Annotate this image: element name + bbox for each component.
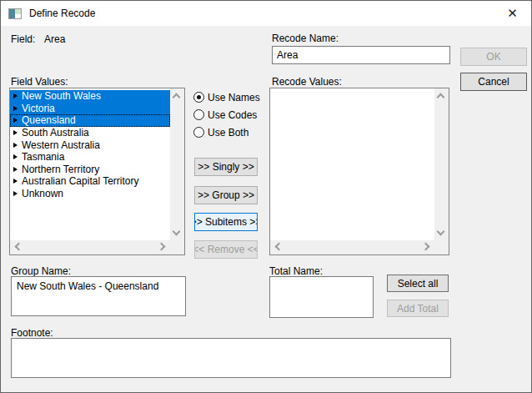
app-icon (8, 8, 22, 19)
list-item[interactable]: Tasmania (10, 151, 170, 164)
footnote-input[interactable] (11, 338, 451, 378)
list-item-label: South Australia (22, 127, 89, 139)
field-value: Area (44, 33, 65, 45)
list-item-label: New South Wales (22, 90, 101, 102)
triangle-icon (13, 154, 18, 159)
triangle-icon (13, 191, 18, 196)
add-total-button[interactable]: Add Total (387, 300, 449, 317)
scroll-down-icon[interactable] (173, 228, 181, 236)
recode-name-input[interactable] (272, 46, 450, 64)
triangle-icon (13, 106, 18, 111)
list-item[interactable]: Western Australia (10, 139, 170, 151)
list-item-label: Australian Capital Territory (22, 175, 139, 187)
list-item[interactable]: Northern Territory (10, 164, 170, 176)
total-name-box[interactable] (269, 276, 374, 318)
list-item-label: Tasmania (22, 151, 64, 163)
define-recode-dialog: Define Recode ✕ Field: Area Recode Name:… (0, 0, 532, 393)
recode-values-label: Recode Values: (272, 76, 342, 88)
scroll-down-icon[interactable] (437, 228, 445, 236)
recode-values-rows (270, 88, 434, 240)
scroll-right-icon[interactable] (422, 243, 430, 251)
group-button[interactable]: >> Group >> (194, 186, 258, 204)
singly-button[interactable]: >> Singly >> (194, 158, 258, 176)
list-item-label: Queensland (22, 114, 76, 126)
cancel-button[interactable]: Cancel (460, 73, 527, 91)
window-title: Define Recode (29, 8, 95, 19)
group-name-label: Group Name: (11, 265, 71, 277)
total-name-label: Total Name: (269, 265, 323, 277)
field-values-listbox[interactable]: New South WalesVictoriaQueenslandSouth A… (9, 88, 185, 255)
radio-label: Use Codes (208, 109, 257, 121)
triangle-icon (13, 143, 18, 148)
scroll-up-icon[interactable] (173, 93, 181, 102)
list-item-label: Unknown (22, 188, 63, 199)
recode-name-label: Recode Name: (272, 33, 339, 44)
list-item-label: Victoria (22, 103, 55, 114)
horizontal-scrollbar[interactable] (270, 240, 434, 254)
list-item[interactable]: New South Wales (10, 90, 170, 103)
radio-use-names[interactable]: Use Names (193, 91, 260, 103)
triangle-icon (13, 179, 18, 184)
horizontal-scrollbar[interactable] (10, 240, 170, 254)
field-values-rows: New South WalesVictoriaQueenslandSouth A… (10, 88, 170, 240)
close-icon[interactable]: ✕ (494, 1, 531, 26)
scrollbar-corner (170, 240, 184, 254)
list-item-label: Northern Territory (22, 164, 99, 175)
triangle-icon (13, 167, 18, 172)
triangle-icon (13, 130, 18, 135)
list-item[interactable]: Queensland (10, 114, 170, 127)
scroll-left-icon[interactable] (15, 243, 23, 251)
radio-icon (193, 127, 204, 138)
field-label: Field: (11, 33, 35, 45)
radio-icon (193, 109, 204, 120)
triangle-icon (13, 93, 18, 98)
group-name-value: New South Wales - Queensland (12, 277, 185, 295)
scroll-left-icon[interactable] (275, 243, 284, 251)
list-item[interactable]: Victoria (10, 103, 170, 115)
title-bar: Define Recode ✕ (1, 1, 531, 26)
total-name-value (270, 277, 373, 284)
list-item[interactable]: South Australia (10, 127, 170, 139)
triangle-icon (13, 118, 18, 123)
group-name-box[interactable]: New South Wales - Queensland (11, 276, 186, 316)
radio-label: Use Both (208, 127, 248, 139)
footnote-label: Footnote: (11, 327, 53, 339)
radio-icon (193, 92, 204, 103)
scroll-right-icon[interactable] (158, 243, 166, 251)
radio-use-both[interactable]: Use Both (193, 126, 260, 139)
value-display-radio-group: Use Names Use Codes Use Both (193, 91, 260, 144)
field-values-label: Field Values: (11, 76, 68, 88)
remove-button[interactable]: << Remove << (194, 240, 258, 259)
scrollbar-corner (434, 240, 449, 254)
scroll-up-icon[interactable] (437, 93, 445, 102)
list-item[interactable]: Unknown (10, 188, 170, 200)
list-item-label: Western Australia (22, 139, 100, 151)
select-all-button[interactable]: Select all (387, 275, 449, 292)
vertical-scrollbar[interactable] (434, 88, 449, 240)
radio-use-codes[interactable]: Use Codes (193, 108, 260, 121)
list-item[interactable]: Australian Capital Territory (10, 175, 170, 188)
radio-label: Use Names (208, 92, 260, 103)
vertical-scrollbar[interactable] (170, 88, 184, 240)
ok-button[interactable]: OK (460, 48, 527, 66)
recode-values-listbox[interactable] (269, 88, 449, 255)
subitems-button[interactable]: >> Subitems >> (194, 213, 258, 231)
